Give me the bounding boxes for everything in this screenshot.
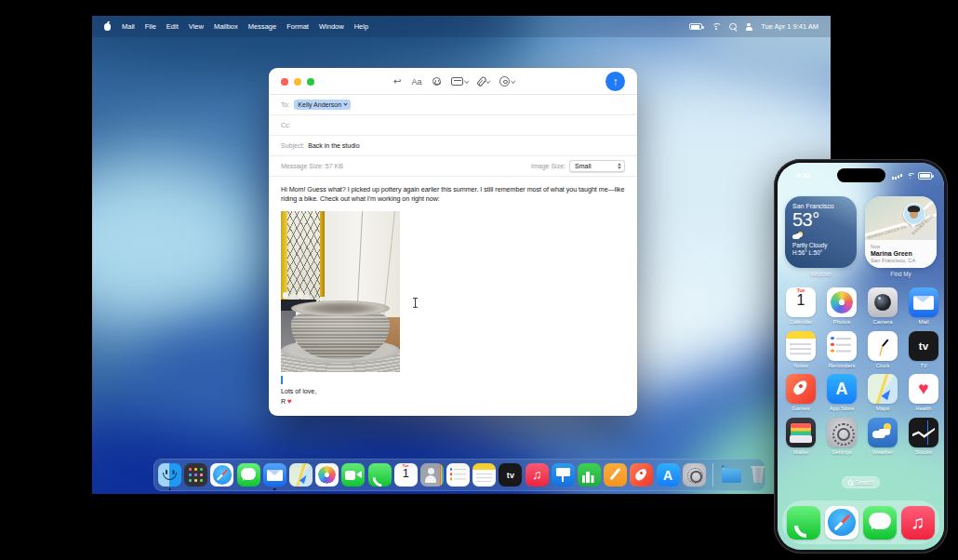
weather-hilo: H:56° L:50° bbox=[792, 249, 849, 256]
battery-icon bbox=[918, 172, 932, 180]
search-icon[interactable] bbox=[729, 23, 737, 31]
iphone-app-clock[interactable]: Clock bbox=[862, 331, 903, 375]
iphone-app-games[interactable]: Games bbox=[780, 374, 821, 418]
close-button[interactable] bbox=[281, 78, 288, 86]
iphone-dock-app-messages[interactable] bbox=[863, 506, 897, 540]
menu-item-window[interactable]: Window bbox=[319, 22, 344, 31]
menu-item-view[interactable]: View bbox=[189, 22, 204, 31]
format-icon[interactable]: Aa bbox=[411, 77, 421, 87]
dock-item-maps[interactable] bbox=[289, 463, 313, 487]
iphone-app-camera[interactable]: Camera bbox=[862, 287, 903, 331]
iphone-dock-app-phone[interactable] bbox=[787, 506, 820, 540]
iphone-app-health[interactable]: Health bbox=[903, 374, 944, 418]
iphone-app-notes[interactable]: Notes bbox=[780, 331, 821, 375]
paperclip-icon bbox=[476, 75, 487, 87]
mail-compose-window: ↩ Aa ↑ To: Kelly Anderson Cc: Subject: B… bbox=[269, 68, 637, 416]
notes-icon bbox=[786, 331, 816, 361]
menu-item-mail[interactable]: Mail bbox=[122, 22, 135, 31]
window-titlebar[interactable]: ↩ Aa ↑ bbox=[269, 68, 637, 95]
menu-item-message[interactable]: Message bbox=[248, 22, 276, 31]
send-button[interactable]: ↑ bbox=[605, 72, 625, 91]
weather-widget[interactable]: San Francisco 53° Partly Cloudy H:56° L:… bbox=[785, 196, 857, 268]
zoom-button[interactable] bbox=[307, 78, 314, 86]
findmy-widget[interactable]: MARINA GREEN DR MARINA BLVD Now Marina G… bbox=[865, 196, 937, 268]
dock-item-finder[interactable] bbox=[158, 463, 181, 487]
dock-item-phone[interactable] bbox=[368, 463, 392, 487]
minimize-button[interactable] bbox=[294, 78, 301, 86]
header-fields-button[interactable] bbox=[451, 77, 469, 87]
recipient-token[interactable]: Kelly Anderson bbox=[294, 100, 351, 110]
cc-field[interactable]: Cc: bbox=[269, 115, 637, 136]
message-size: Message Size: 57 KB bbox=[281, 163, 343, 169]
dock-item-games[interactable] bbox=[630, 463, 653, 487]
battery-icon[interactable] bbox=[689, 23, 702, 30]
dock-item-music[interactable] bbox=[526, 463, 549, 487]
dock-item-keynote[interactable] bbox=[552, 463, 575, 487]
dock-item-numbers[interactable] bbox=[578, 463, 601, 487]
dock-item-notes[interactable] bbox=[472, 463, 496, 487]
iphone-app-calendar[interactable]: Calendar bbox=[780, 287, 821, 331]
dock-item-contacts[interactable] bbox=[420, 463, 444, 487]
status-icons bbox=[892, 172, 932, 180]
media-button[interactable] bbox=[499, 76, 515, 87]
apple-menu-icon[interactable] bbox=[104, 23, 111, 31]
image-size-popup[interactable]: Small bbox=[569, 160, 625, 172]
dock-item-launchpad[interactable] bbox=[184, 463, 207, 487]
numbers-icon bbox=[578, 463, 601, 487]
menu-item-help[interactable]: Help bbox=[354, 22, 368, 31]
games-icon bbox=[786, 374, 816, 404]
iphone-dock-app-safari[interactable] bbox=[825, 506, 858, 540]
dock-item-downloads[interactable] bbox=[720, 463, 743, 487]
menu-bar-clock[interactable]: Tue Apr 1 9:41 AM bbox=[761, 22, 818, 31]
to-field[interactable]: To: Kelly Anderson bbox=[269, 95, 637, 115]
iphone-app-tv[interactable]: TV bbox=[903, 331, 944, 375]
dock-item-appstore[interactable] bbox=[657, 463, 680, 487]
iphone-app-reminders[interactable]: Reminders bbox=[821, 331, 862, 375]
spotlight-search[interactable]: Search bbox=[842, 476, 881, 488]
wifi-icon[interactable] bbox=[711, 23, 721, 31]
iphone-app-maps[interactable]: Maps bbox=[862, 374, 903, 418]
dock-item-facetime[interactable] bbox=[341, 463, 365, 487]
dock-item-pages[interactable] bbox=[604, 463, 627, 487]
attach-button[interactable] bbox=[479, 76, 490, 87]
iphone-dock bbox=[782, 500, 939, 544]
undo-icon[interactable]: ↩ bbox=[393, 77, 401, 87]
iphone-app-appstore[interactable]: App Store bbox=[821, 374, 862, 418]
iphone-dock-app-music[interactable] bbox=[901, 506, 935, 540]
reminders-icon bbox=[827, 331, 857, 361]
dock-item-messages[interactable] bbox=[237, 463, 260, 487]
dock-item-settings[interactable] bbox=[683, 463, 706, 487]
closing-line: Lots of love, bbox=[281, 387, 625, 396]
dock-item-trash[interactable] bbox=[746, 463, 769, 487]
dock-item-tv[interactable] bbox=[499, 463, 522, 487]
iphone-app-stocks[interactable]: Stocks bbox=[903, 418, 944, 461]
iphone-app-weather[interactable]: Weather bbox=[862, 418, 903, 461]
iphone-app-mail[interactable]: Mail bbox=[903, 287, 944, 331]
trash-icon bbox=[746, 463, 769, 487]
mac-dock bbox=[153, 459, 765, 491]
iphone-app-settings[interactable]: Settings bbox=[821, 418, 862, 461]
message-body[interactable]: Hi Mom! Guess what? I picked up pottery … bbox=[269, 177, 637, 407]
dock-item-photos[interactable] bbox=[315, 463, 339, 487]
pottery-photo[interactable] bbox=[281, 211, 400, 372]
dock-item-reminders[interactable] bbox=[446, 463, 470, 487]
emoji-icon[interactable] bbox=[432, 77, 442, 87]
user-icon[interactable] bbox=[745, 23, 752, 31]
maps-icon bbox=[868, 374, 898, 404]
contacts-icon bbox=[420, 463, 444, 487]
menu-item-format[interactable]: Format bbox=[286, 22, 309, 31]
menu-item-edit[interactable]: Edit bbox=[166, 22, 179, 31]
subject-label: Subject: bbox=[281, 142, 304, 149]
menu-item-file[interactable]: File bbox=[145, 22, 156, 31]
iphone-app-wallet[interactable]: Wallet bbox=[780, 418, 821, 461]
dock-item-safari[interactable] bbox=[210, 463, 233, 487]
subject-field[interactable]: Subject: Back in the studio bbox=[269, 136, 637, 156]
menu-item-mailbox[interactable]: Mailbox bbox=[214, 22, 238, 31]
dynamic-island bbox=[837, 168, 885, 182]
dock-item-calendar[interactable] bbox=[394, 463, 418, 487]
music-icon bbox=[526, 463, 549, 487]
menu-bar-status: Tue Apr 1 9:41 AM bbox=[689, 22, 818, 31]
dock-item-mail[interactable] bbox=[263, 463, 286, 487]
photos-icon bbox=[315, 463, 339, 487]
iphone-app-photos[interactable]: Photos bbox=[821, 287, 862, 331]
